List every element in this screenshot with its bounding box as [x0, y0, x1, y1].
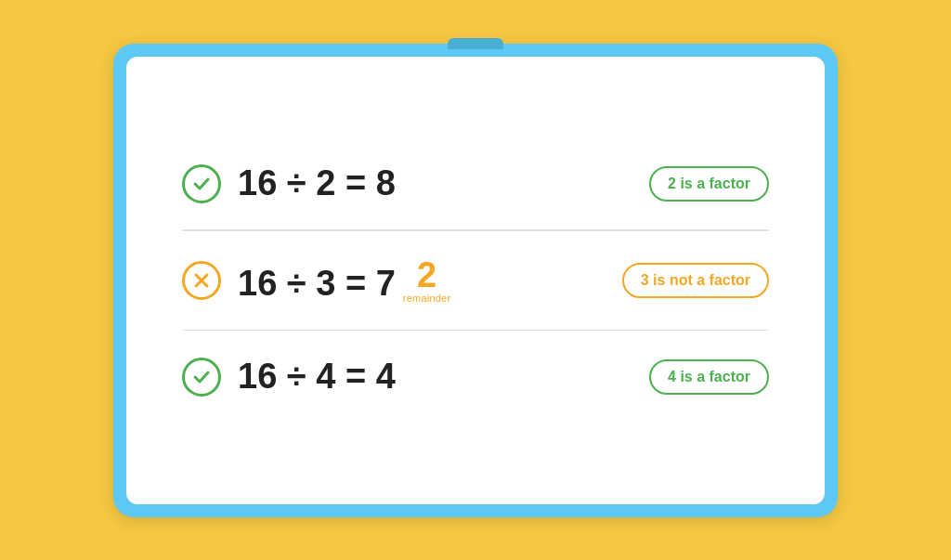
- row-3: 16 ÷ 4 = 4 4 is a factor: [182, 331, 769, 423]
- badge-3: 4 is a factor: [649, 359, 769, 395]
- equation-3-text: 16 ÷ 4 = 4: [238, 357, 396, 397]
- equation-2: 16 ÷ 3 = 7 2 remainder: [238, 257, 450, 304]
- clip: [448, 38, 503, 49]
- check-icon-1: [182, 164, 221, 203]
- badge-2: 3 is not a factor: [622, 263, 769, 298]
- badge-1: 2 is a factor: [649, 166, 769, 202]
- check-icon-3: [182, 358, 221, 397]
- whiteboard-inner: 16 ÷ 2 = 8 2 is a factor 16 ÷ 3 = 7 2: [126, 57, 825, 504]
- remainder-number: 2: [417, 257, 436, 293]
- equation-1-text: 16 ÷ 2 = 8: [238, 163, 396, 203]
- whiteboard-outer: 16 ÷ 2 = 8 2 is a factor 16 ÷ 3 = 7 2: [113, 44, 838, 517]
- row-1-left: 16 ÷ 2 = 8: [182, 163, 396, 203]
- equation-3: 16 ÷ 4 = 4: [238, 357, 396, 397]
- cross-icon-2: [182, 261, 221, 300]
- equation-1: 16 ÷ 2 = 8: [238, 163, 396, 203]
- equation-2-prefix: 16 ÷ 3 = 7: [238, 264, 396, 304]
- remainder-group: 2 remainder: [403, 257, 451, 304]
- row-2: 16 ÷ 3 = 7 2 remainder 3 is not a factor: [182, 231, 769, 330]
- remainder-label: remainder: [403, 293, 451, 304]
- row-3-left: 16 ÷ 4 = 4: [182, 357, 396, 397]
- row-1: 16 ÷ 2 = 8 2 is a factor: [182, 137, 769, 229]
- row-2-left: 16 ÷ 3 = 7 2 remainder: [182, 257, 450, 304]
